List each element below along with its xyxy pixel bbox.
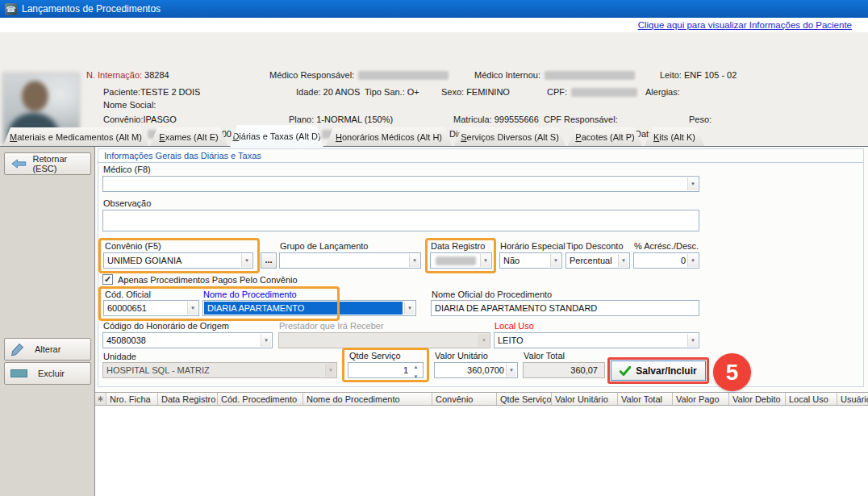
observacao-input[interactable] <box>102 210 699 231</box>
nome-oficial-input[interactable]: DIARIA DE APARTAMENTO STANDARD <box>431 300 699 316</box>
grid-col-valor-pago[interactable]: Valor Pago <box>673 393 729 405</box>
grid-col-valor-total[interactable]: Valor Total <box>618 393 673 405</box>
salvar-incluir-button[interactable]: Salvar/Incluir <box>611 361 706 381</box>
acresc-desc-select[interactable]: 0 <box>633 252 699 269</box>
chevron-down-icon[interactable] <box>409 254 419 267</box>
local-uso-label: Local Uso <box>495 321 534 331</box>
chevron-down-icon[interactable] <box>618 254 628 267</box>
chevron-down-icon[interactable] <box>480 254 490 267</box>
grid-col-local-uso[interactable]: Local Uso <box>786 393 837 405</box>
nome-oficial-value: DIARIA DE APARTAMENTO STANDARD <box>435 303 597 313</box>
cod-honorario-select[interactable]: 45080038 <box>102 332 273 348</box>
spinner-up-down-icons[interactable] <box>411 364 421 377</box>
tab-diarias-taxas[interactable]: Diárias e Taxas (Alt D) <box>230 125 323 148</box>
tab-label: Kits (Alt K) <box>653 132 695 142</box>
unidade-label: Unidade <box>103 352 136 361</box>
convenio-header-value: IPASGO <box>144 115 177 124</box>
data-registro-label: Data Registro <box>431 241 485 251</box>
grid-col-qtde-servico[interactable]: Qtde Serviço <box>497 393 552 405</box>
cod-oficial-label: Cód. Oficial <box>105 290 151 299</box>
chevron-down-icon[interactable] <box>404 302 415 315</box>
patient-info-link[interactable]: Clique aqui para visualizar Informações … <box>638 20 852 30</box>
acresc-desc-label: % Acrésc./Desc. <box>634 241 699 251</box>
chevron-down-icon[interactable] <box>506 364 516 377</box>
local-uso-select[interactable]: LEITO <box>494 332 699 348</box>
chevron-down-icon <box>478 334 489 347</box>
grid-col-convenio[interactable]: Convênio <box>432 393 497 405</box>
app-icon: ☎ <box>5 3 17 15</box>
cod-oficial-select[interactable]: 60000651 <box>103 300 199 316</box>
n-internacao-label: N. Internação: <box>86 70 142 80</box>
chevron-down-icon[interactable] <box>687 334 698 347</box>
convenio-browse-button[interactable]: ... <box>261 252 277 269</box>
horario-especial-select[interactable]: Não <box>499 252 562 269</box>
n-internacao-value: 38284 <box>144 70 169 80</box>
alterar-button[interactable]: Alterar <box>4 338 91 361</box>
paciente-label: Paciente: <box>103 87 140 97</box>
plano-value: 1-NORMAL (150%) <box>316 115 393 124</box>
tab-hotkey: M <box>10 132 17 142</box>
grid-col-data-registro[interactable]: Data Registro <box>158 393 218 405</box>
field-idade: Idade: 20 ANOS <box>296 87 360 97</box>
tab-servicos-diversos[interactable]: Serviços Diversos (Alt S) <box>454 127 565 146</box>
chevron-down-icon[interactable] <box>241 254 252 267</box>
field-tipo-san: Tipo San.: O+ <box>365 87 419 97</box>
chevron-down-icon[interactable] <box>687 254 698 267</box>
procedimentos-grid-header: ∗ Nro. Ficha Data Registro Cód. Procedim… <box>95 392 868 406</box>
redacted-value <box>436 256 476 265</box>
tipo-san-label: Tipo San.: <box>365 87 405 97</box>
link-bar: Clique aqui para visualizar Informações … <box>0 18 868 32</box>
tab-label: Exames (Alt E) <box>159 132 218 142</box>
nome-procedimento-select[interactable]: DIARIA APARTAMENTO <box>202 300 416 316</box>
alterar-label: Alterar <box>35 344 61 354</box>
grid-col-cod-procedimento[interactable]: Cód. Procedimento <box>218 393 303 405</box>
groupbox-caption-divider <box>98 162 863 163</box>
grid-col-valor-unitario[interactable]: Valor Unitário <box>552 393 618 405</box>
sidebar <box>0 147 95 496</box>
chevron-down-icon[interactable] <box>687 177 698 190</box>
tab-label: Pacotes (Alt P) <box>575 132 634 142</box>
redacted-value <box>545 71 635 80</box>
excluir-button[interactable]: Excluir <box>4 362 91 385</box>
alergias-label: Alergias: <box>645 87 680 97</box>
data-registro-select[interactable] <box>430 252 492 269</box>
retornar-label: Retornar (ESC) <box>32 154 85 173</box>
grid-corner-indicator[interactable]: ∗ <box>95 393 106 405</box>
tipo-desconto-select[interactable]: Percentual <box>565 252 630 269</box>
qtde-servico-spinner[interactable]: 1 <box>348 362 424 378</box>
grid-col-usuario[interactable]: Usuário <box>837 393 868 405</box>
convenio-select[interactable]: UNIMED GOIANIA <box>103 252 253 269</box>
grid-col-nome-procedimento[interactable]: Nome do Procedimento <box>303 393 432 405</box>
chevron-down-icon[interactable] <box>550 254 561 267</box>
field-cpf-responsavel: CPF Responsável: <box>544 115 618 124</box>
valor-unitario-select[interactable]: 360,0700 <box>434 362 518 378</box>
pencil-icon <box>10 343 24 356</box>
chevron-down-icon[interactable] <box>187 302 198 315</box>
apenas-pagos-label[interactable]: Apenas Procedimentos Pagos Pelo Convênio <box>118 275 298 285</box>
tab-honorarios-medicos[interactable]: Honorários Médicos (Alt H) <box>326 127 452 146</box>
sexo-value: FEMININO <box>466 87 510 97</box>
field-matricula: Matricula: 999555666 <box>453 115 539 124</box>
apenas-pagos-checkbox[interactable]: ✓ <box>102 274 113 285</box>
tab-materiais-medicamentos[interactable]: Materiais e Medicamentos (Alt M) <box>3 127 148 146</box>
paciente-value: TESTE 2 DOIS <box>140 87 201 97</box>
procedimentos-grid-body[interactable] <box>95 406 868 496</box>
chevron-down-icon[interactable] <box>261 334 271 347</box>
medico-label: Médico (F8) <box>103 165 151 174</box>
title-bar[interactable]: ☎ Lançamentos de Procedimentos <box>0 0 868 18</box>
retornar-button[interactable]: Retornar (ESC) <box>4 152 91 175</box>
tab-pacotes[interactable]: Pacotes (Alt P) <box>568 127 642 146</box>
grid-col-valor-debito[interactable]: Valor Debito <box>729 393 786 405</box>
valor-total-label: Valor Total <box>524 351 565 361</box>
tab-exames[interactable]: Exames (Alt E) <box>150 127 227 146</box>
field-peso: Peso: <box>689 115 712 124</box>
tab-kits[interactable]: Kits (Alt K) <box>645 127 704 146</box>
tab-label: Serviços Diversos (Alt S) <box>461 132 559 142</box>
tab-label-rest: ateriais e Medicamentos (Alt M) <box>17 132 142 142</box>
field-medico-internou: Médico Internou: <box>474 70 636 80</box>
grid-col-nro-ficha[interactable]: Nro. Ficha <box>106 393 158 405</box>
medico-select[interactable] <box>102 176 699 192</box>
field-paciente: Paciente: TESTE 2 DOIS <box>103 87 200 97</box>
qtde-servico-value: 1 <box>403 365 408 375</box>
grupo-lancamento-select[interactable] <box>279 252 421 269</box>
